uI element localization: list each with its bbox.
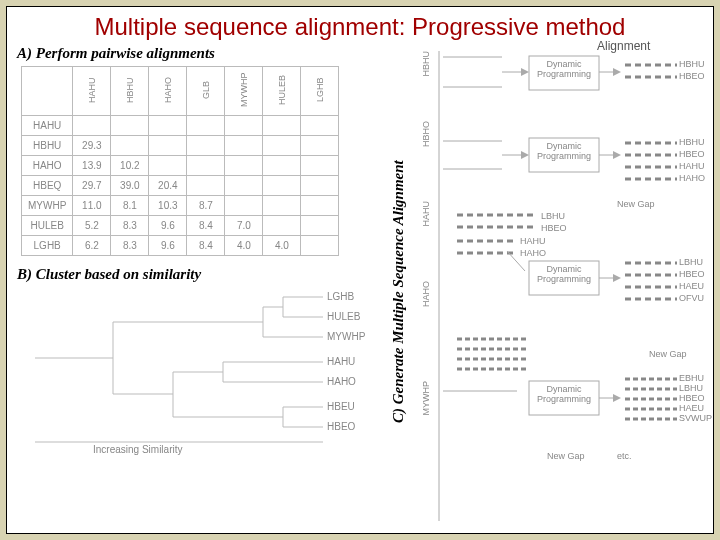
matrix-cell <box>301 156 339 176</box>
result-seq: HBHU <box>679 137 705 147</box>
seq-axis-label: HAHU <box>421 201 431 227</box>
matrix-cell: 29.3 <box>73 136 111 156</box>
matrix-cell: 8.1 <box>111 196 149 216</box>
matrix-cell <box>263 196 301 216</box>
left-column: A) Perform pairwise alignments HAHU HBHU… <box>17 43 387 457</box>
result-seq: LBHU <box>679 383 703 393</box>
seq-axis-label: HAHO <box>421 281 431 307</box>
dp-box: Dynamic Programming <box>532 60 596 80</box>
dp-box: Dynamic Programming <box>532 142 596 162</box>
matrix-cell <box>301 116 339 136</box>
matrix-cell <box>111 136 149 156</box>
matrix-cell: 9.6 <box>149 216 187 236</box>
panel-c-heading: C) Generate Multiple Sequence Alignment <box>390 67 410 517</box>
row-head: HULEB <box>22 216 73 236</box>
dendrogram: LGHB HULEB MYWHP HAHU HAHO HBEU HBEO Inc… <box>23 287 363 457</box>
dendrogram-svg <box>23 287 363 457</box>
matrix-row: HULEB5.28.39.68.47.0 <box>22 216 339 236</box>
row-head: HAHO <box>22 156 73 176</box>
matrix-cell: 5.2 <box>73 216 111 236</box>
result-seq: EBHU <box>679 373 704 383</box>
matrix-row: LGHB6.28.39.68.44.04.0 <box>22 236 339 256</box>
row-head: MYWHP <box>22 196 73 216</box>
col-head: GLB <box>201 70 211 110</box>
matrix-cell <box>301 176 339 196</box>
row-head: HBEQ <box>22 176 73 196</box>
matrix-row: HBHU29.3 <box>22 136 339 156</box>
result-seq: HAHU <box>520 236 546 246</box>
matrix-cell: 29.7 <box>73 176 111 196</box>
result-seq: OFVU <box>679 293 704 303</box>
result-seq: HBEO <box>679 393 705 403</box>
col-head: HAHO <box>163 70 173 110</box>
leaf-label: HAHO <box>327 376 356 387</box>
col-head: HBHU <box>125 70 135 110</box>
matrix-cell <box>225 116 263 136</box>
seq-axis-label: HBHO <box>421 121 431 147</box>
col-head: HAHU <box>87 70 97 110</box>
matrix-cell <box>263 176 301 196</box>
similarity-matrix: HAHU HBHU HAHO GLB MYWHP HULEB LGHB HAHU… <box>17 66 387 256</box>
matrix-row: HBEQ29.739.020.4 <box>22 176 339 196</box>
result-seq: LBHU <box>541 211 565 221</box>
seq-axis-label: HBHU <box>421 51 431 77</box>
matrix-cell <box>187 176 225 196</box>
col-head: HULEB <box>277 70 287 110</box>
row-head: HBHU <box>22 136 73 156</box>
seq-axis-label: MYWHP <box>421 381 431 416</box>
dp-box: Dynamic Programming <box>532 385 596 405</box>
matrix-cell <box>301 216 339 236</box>
result-seq: HBEO <box>541 223 567 233</box>
matrix-cell <box>187 136 225 156</box>
matrix-cell <box>149 136 187 156</box>
alignment-title: Alignment <box>597 39 650 53</box>
col-head: LGHB <box>315 70 325 110</box>
leaf-label: HBEO <box>327 421 355 432</box>
matrix-cell <box>225 196 263 216</box>
matrix-cell <box>225 176 263 196</box>
result-seq: HAEU <box>679 403 704 413</box>
etc-label: etc. <box>617 451 632 461</box>
result-seq: HBEO <box>679 269 705 279</box>
matrix-cell: 4.0 <box>225 236 263 256</box>
leaf-label: HBEU <box>327 401 355 412</box>
slide-title: Multiple sequence alignment: Progressive… <box>17 13 703 41</box>
matrix-cell <box>301 236 339 256</box>
leaf-label: HAHU <box>327 356 355 367</box>
leaf-label: MYWHP <box>327 331 365 342</box>
matrix-cell <box>225 156 263 176</box>
matrix-cell <box>301 196 339 216</box>
matrix-cell <box>263 216 301 236</box>
dendrogram-caption: Increasing Similarity <box>93 444 182 455</box>
matrix-cell <box>149 156 187 176</box>
matrix-cell: 4.0 <box>263 236 301 256</box>
matrix-cell <box>187 156 225 176</box>
matrix-cell <box>225 136 263 156</box>
result-seq: HBHU <box>679 59 705 69</box>
matrix-cell: 6.2 <box>73 236 111 256</box>
slide: Multiple sequence alignment: Progressive… <box>6 6 714 534</box>
matrix-cell: 8.7 <box>187 196 225 216</box>
matrix-cell: 8.4 <box>187 216 225 236</box>
result-seq: HAHU <box>679 161 705 171</box>
matrix-table: HAHU HBHU HAHO GLB MYWHP HULEB LGHB HAHU… <box>21 66 339 256</box>
matrix-cell: 8.3 <box>111 236 149 256</box>
matrix-cell <box>187 116 225 136</box>
matrix-cell: 7.0 <box>225 216 263 236</box>
matrix-row: HAHU <box>22 116 339 136</box>
matrix-cell <box>263 156 301 176</box>
new-gap-label: New Gap <box>547 451 585 461</box>
row-head: LGHB <box>22 236 73 256</box>
matrix-cell <box>73 116 111 136</box>
result-seq: HBEO <box>679 149 705 159</box>
matrix-header-row: HAHU HBHU HAHO GLB MYWHP HULEB LGHB <box>22 67 339 116</box>
matrix-cell <box>263 116 301 136</box>
result-seq: HAHO <box>520 248 546 258</box>
leaf-label: HULEB <box>327 311 360 322</box>
matrix-cell: 13.9 <box>73 156 111 176</box>
matrix-cell <box>149 116 187 136</box>
matrix-cell <box>263 136 301 156</box>
matrix-cell: 8.3 <box>111 216 149 236</box>
matrix-cell: 8.4 <box>187 236 225 256</box>
dp-box: Dynamic Programming <box>532 265 596 285</box>
